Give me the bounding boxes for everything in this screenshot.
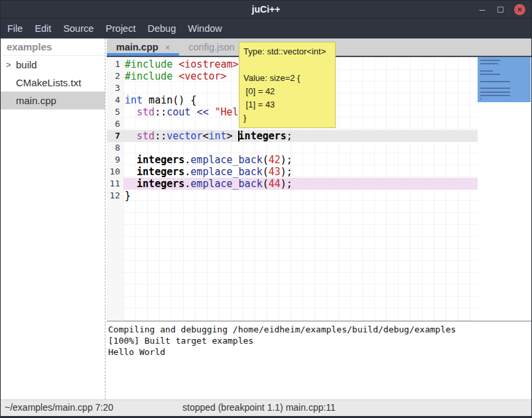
code-token: << [196,106,208,118]
menu-file[interactable]: File [1,21,29,36]
code-token: std [137,130,155,142]
output-panel[interactable]: Compiling and debugging /home/eidheim/ex… [107,322,532,399]
code-token: emplace_back [190,154,262,166]
tab-config-json[interactable]: config.json [179,38,243,56]
gutter-line-number: 6 [107,118,123,130]
menu-source[interactable]: Source [57,21,100,36]
code-token: integers [137,154,184,166]
code-token: . [184,154,190,166]
code-token: ( [263,178,269,190]
code-token [172,70,178,82]
code-token: integers [137,166,184,178]
code-token [125,154,137,166]
code-token [125,166,137,178]
code-token [172,58,178,70]
minimap-line [480,63,498,64]
minimap-line [480,88,510,89]
output-line: Compiling and debugging /home/eidheim/ex… [108,324,532,335]
tooltip-line: } [243,111,331,125]
project-name-header: examples [0,38,105,56]
menu-bar: File Edit Source Project Debug Window [0,19,532,38]
title-bar[interactable]: juCi++ – ✕ [0,0,532,19]
close-icon[interactable]: ✕ [514,4,525,15]
tooltip-line [243,58,331,72]
code-token: :: [155,130,166,142]
gutter-line-number: 5 [107,106,123,118]
minimap-line [480,74,500,75]
menu-edit[interactable]: Edit [29,21,57,36]
minimap-line [480,98,482,100]
gutter-line-number: 11 [107,178,123,190]
gutter-rows: 123456789101112 [107,58,123,202]
tab-main-cpp[interactable]: main.cpp× [107,38,179,56]
code-token [125,130,137,142]
code-token: ; [287,130,293,142]
code-line[interactable]: integers.emplace_back(42); [123,154,478,166]
tab-close-icon[interactable]: × [165,42,170,52]
menu-project[interactable]: Project [100,21,141,36]
code-token: int [208,130,226,142]
code-line[interactable] [123,142,478,154]
gutter-line-number: 10 [107,166,123,178]
gutter-line-number: 8 [107,142,123,154]
menu-debug[interactable]: Debug [141,21,182,36]
minimize-icon[interactable]: – [478,6,487,13]
code-line[interactable]: } [123,190,478,202]
text-cursor [238,131,239,141]
code-token: int [125,94,143,106]
tooltip-line: Value: size=2 { [243,72,331,85]
maximize-icon[interactable] [498,7,503,13]
code-token: emplace_back [190,178,262,190]
minimap[interactable] [478,57,531,320]
window-controls: – ✕ [478,0,525,19]
code-token: :: [155,106,166,118]
gutter-line-number: 7 [107,130,123,142]
code-token: . [184,178,190,190]
code-token: vector [166,130,202,142]
tree-item-build[interactable]: >build [0,56,105,74]
gutter-line-number: 4 [107,94,123,106]
code-token: std [137,106,155,118]
tab-label: config.json [188,42,234,52]
menu-window[interactable]: Window [182,21,228,36]
gutter-line-number: 12 [107,190,123,202]
minimap-line [480,60,500,61]
code-token: integers [137,178,184,190]
minimap-line [480,70,493,72]
status-debug-state: stopped (breakpoint 1.1) main.cpp:11 [182,402,336,413]
sidebar-splitter[interactable] [105,38,105,399]
status-file-position: ~/examples/main.cpp 7:20 [5,402,113,413]
expander-chevron-icon[interactable]: > [6,56,11,74]
minimap-thumb[interactable] [478,57,531,102]
code-line[interactable]: integers.emplace_back(43); [123,166,478,178]
output-line: [100%] Built target examples [108,335,532,346]
gutter-line-number: 9 [107,154,123,166]
code-token: ); [281,166,293,178]
debug-value-tooltip: Type: std::vector<int> Value: size=2 { [… [239,42,336,128]
code-token: > [227,130,239,142]
code-line[interactable]: integers.emplace_back(44); [123,178,478,190]
window-title: juCi++ [252,4,281,15]
tree-item-main-cpp[interactable]: main.cpp [0,92,105,109]
tooltip-line: [1] = 43 [243,98,331,111]
code-token: #include [125,58,172,70]
code-token: ( [263,154,269,166]
tree-item-cmakelists-txt[interactable]: CMakeLists.txt [0,74,105,92]
code-token [125,106,137,118]
app-window: juCi++ – ✕ File Edit Source Project Debu… [0,0,532,418]
code-token: "Hel [214,106,238,118]
code-token: ); [281,178,293,190]
sidebar: examples >buildCMakeLists.txtmain.cpp [0,38,105,399]
code-token: 42 [269,154,281,166]
gutter-line-number: 2 [107,70,123,82]
gutter-line-number: 3 [107,82,123,94]
status-bar: ~/examples/main.cpp 7:20 stopped (breakp… [0,399,532,416]
code-token: . [184,166,190,178]
tree-item-label: main.cpp [16,95,56,106]
code-token: <iostream> [178,58,238,70]
tooltip-line: [0] = 42 [243,85,331,98]
code-token: #include [125,70,172,82]
code-token: ( [263,166,269,178]
code-token: } [125,190,131,202]
code-line[interactable]: std::vector<int> integers; [123,130,478,142]
